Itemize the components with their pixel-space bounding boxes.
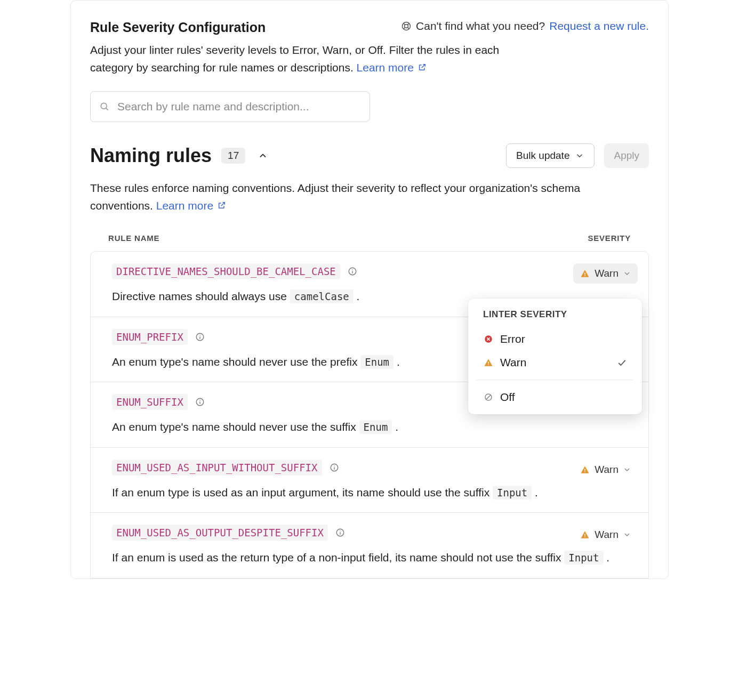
external-link-icon bbox=[418, 63, 427, 71]
section-title: Naming rules bbox=[90, 144, 212, 167]
rule-code: ENUM_USED_AS_INPUT_WITHOUT_SUFFIX bbox=[112, 460, 322, 476]
rule-row: ENUM_USED_AS_OUTPUT_DESPITE_SUFFIXIf an … bbox=[91, 512, 648, 578]
warn-icon bbox=[483, 357, 494, 368]
check-icon bbox=[616, 357, 627, 368]
svg-point-1 bbox=[405, 25, 408, 28]
bulk-update-button[interactable]: Bulk update bbox=[506, 143, 595, 168]
svg-rect-12 bbox=[585, 276, 586, 277]
subtitle-text: Adjust your linter rules' severity level… bbox=[90, 44, 499, 74]
inline-code: camelCase bbox=[290, 289, 354, 303]
rule-description: If an enum type is used as an input argu… bbox=[112, 484, 627, 501]
severity-label: Warn bbox=[595, 464, 618, 476]
severity-selector[interactable]: Warn bbox=[573, 525, 638, 545]
rule-count-badge: 17 bbox=[221, 148, 245, 164]
off-icon bbox=[483, 392, 494, 403]
help-text: Can't find what you need? Request a new … bbox=[401, 20, 649, 33]
rule-code: ENUM_SUFFIX bbox=[112, 394, 188, 410]
page-title: Rule Severity Configuration bbox=[90, 20, 266, 35]
info-icon[interactable] bbox=[330, 463, 339, 472]
rule-description: If an enum is used as the return type of… bbox=[112, 549, 627, 566]
svg-rect-27 bbox=[585, 469, 586, 471]
severity-label: Warn bbox=[595, 529, 618, 541]
search-input-wrap[interactable] bbox=[90, 91, 370, 122]
warn-icon bbox=[580, 268, 590, 279]
learn-more-link[interactable]: Learn more bbox=[357, 61, 427, 74]
svg-line-7 bbox=[106, 108, 108, 110]
config-card: Rule Severity Configuration Can't find w… bbox=[70, 0, 669, 579]
svg-line-3 bbox=[408, 23, 409, 25]
page-subtitle: Adjust your linter rules' severity level… bbox=[90, 42, 506, 76]
info-icon[interactable] bbox=[335, 528, 345, 537]
chevron-down-icon bbox=[623, 465, 631, 474]
rule-description: An enum type's name should never use the… bbox=[112, 419, 627, 436]
svg-line-2 bbox=[404, 23, 405, 25]
svg-point-23 bbox=[199, 400, 200, 401]
col-rule-name: RULE NAME bbox=[108, 234, 159, 243]
rule-code: DIRECTIVE_NAMES_SHOULD_BE_CAMEL_CASE bbox=[112, 263, 340, 279]
inline-code: Enum bbox=[360, 355, 393, 369]
severity-selector[interactable]: Warn bbox=[573, 460, 638, 480]
search-input[interactable] bbox=[117, 100, 361, 113]
option-label: Error bbox=[500, 333, 525, 345]
section-learn-more-link[interactable]: Learn more bbox=[156, 199, 226, 212]
learn-more-label: Learn more bbox=[357, 61, 414, 74]
severity-selector[interactable]: Warn bbox=[573, 263, 638, 284]
svg-point-10 bbox=[352, 269, 353, 270]
warn-icon bbox=[580, 464, 590, 475]
svg-point-6 bbox=[101, 103, 107, 109]
info-icon[interactable] bbox=[195, 332, 205, 342]
inline-code: Input bbox=[493, 486, 532, 500]
warn-icon bbox=[580, 529, 590, 540]
svg-rect-28 bbox=[585, 471, 586, 472]
collapse-toggle[interactable] bbox=[255, 148, 271, 164]
chevron-down-icon bbox=[575, 151, 584, 160]
rule-row: DIRECTIVE_NAMES_SHOULD_BE_CAMEL_CASEDire… bbox=[91, 252, 648, 317]
info-icon[interactable] bbox=[195, 397, 205, 407]
apply-button: Apply bbox=[604, 143, 649, 168]
svg-point-20 bbox=[199, 335, 200, 336]
rule-code: ENUM_PREFIX bbox=[112, 329, 188, 345]
svg-line-17 bbox=[486, 395, 491, 399]
search-icon bbox=[99, 101, 110, 112]
severity-option-error[interactable]: Error bbox=[468, 327, 642, 351]
chevron-up-icon bbox=[258, 150, 268, 161]
bulk-update-label: Bulk update bbox=[516, 150, 569, 162]
info-icon[interactable] bbox=[348, 267, 357, 276]
request-rule-link[interactable]: Request a new rule. bbox=[549, 20, 649, 33]
svg-line-5 bbox=[408, 28, 409, 29]
severity-popover: LINTER SEVERITYErrorWarnOff bbox=[468, 299, 642, 414]
help-prefix: Can't find what you need? bbox=[416, 20, 545, 33]
inline-code: Enum bbox=[359, 420, 392, 434]
rule-code: ENUM_USED_AS_OUTPUT_DESPITE_SUFFIX bbox=[112, 525, 328, 541]
divider bbox=[477, 380, 633, 380]
external-link-icon bbox=[218, 201, 226, 210]
apply-label: Apply bbox=[614, 150, 639, 162]
svg-rect-11 bbox=[585, 273, 586, 275]
inline-code: Input bbox=[564, 551, 603, 565]
severity-option-warn[interactable]: Warn bbox=[468, 351, 642, 374]
chevron-down-icon bbox=[623, 530, 631, 539]
severity-label: Warn bbox=[595, 268, 618, 279]
table-header: RULE NAME SEVERITY bbox=[90, 234, 649, 251]
rule-row: ENUM_USED_AS_INPUT_WITHOUT_SUFFIXIf an e… bbox=[91, 447, 648, 513]
svg-rect-33 bbox=[585, 537, 586, 538]
col-severity: SEVERITY bbox=[588, 234, 631, 243]
popover-title: LINTER SEVERITY bbox=[468, 309, 642, 327]
lifebuoy-icon bbox=[401, 21, 412, 31]
svg-point-26 bbox=[334, 465, 335, 466]
severity-option-off[interactable]: Off bbox=[468, 385, 642, 409]
option-label: Off bbox=[500, 391, 515, 404]
section-learn-more-label: Learn more bbox=[156, 199, 213, 212]
option-label: Warn bbox=[500, 356, 526, 369]
svg-rect-14 bbox=[488, 362, 489, 364]
svg-line-4 bbox=[404, 28, 405, 29]
svg-rect-32 bbox=[585, 534, 586, 536]
svg-rect-15 bbox=[488, 365, 489, 366]
chevron-down-icon bbox=[623, 269, 631, 278]
error-icon bbox=[483, 334, 494, 344]
svg-point-31 bbox=[340, 530, 341, 532]
rules-list: DIRECTIVE_NAMES_SHOULD_BE_CAMEL_CASEDire… bbox=[90, 251, 649, 578]
section-description: These rules enforce naming conventions. … bbox=[90, 180, 602, 214]
